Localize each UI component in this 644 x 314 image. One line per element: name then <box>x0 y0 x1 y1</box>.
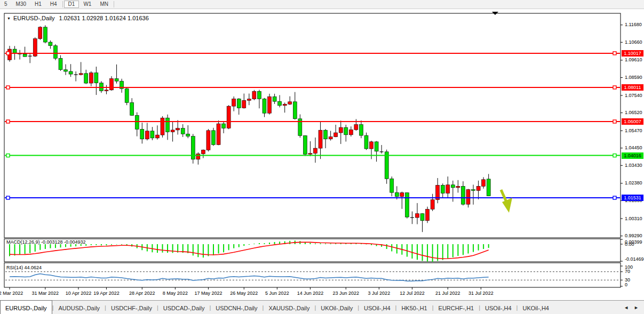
candle-body <box>64 70 68 71</box>
price-level-badge: 1.06007 <box>622 118 643 125</box>
candle-body <box>13 49 17 53</box>
candle <box>38 26 42 40</box>
candle-body <box>49 42 52 46</box>
tab-usdcnh-daily[interactable]: USDCNH-,Daily <box>211 301 262 314</box>
candle-body <box>431 200 434 210</box>
line-anchor-handle <box>613 120 616 123</box>
candle-body <box>201 150 205 154</box>
candle-body <box>268 96 272 113</box>
candle-body <box>227 106 230 128</box>
candle <box>405 192 409 219</box>
candle-body <box>390 179 394 192</box>
line-anchor-handle <box>613 196 616 199</box>
tab-scroll-left-icon[interactable]: ◄ <box>624 305 629 310</box>
candle-body <box>206 131 210 150</box>
candle-body <box>69 71 73 74</box>
tab-usoil-h4[interactable]: USOil-,H4 <box>359 301 395 314</box>
candle-body <box>487 179 490 196</box>
candle-body <box>359 125 363 135</box>
macd-indicator-label: MACD(12,26,9) -0.003128 -0.004932 <box>6 239 86 245</box>
price-tick-label: 1.08590 <box>625 75 642 80</box>
mt4-window: 5M30H1H4D1W1MN ▼ EURUSD-,Daily 1.02631 1… <box>0 0 644 314</box>
candle-body <box>303 135 307 154</box>
date-label: 28 Apr 2022 <box>129 291 155 296</box>
ohlc-values: 1.02631 1.02928 1.01624 1.01636 <box>59 15 149 21</box>
candle-body <box>482 180 486 186</box>
date-label: 17 May 2022 <box>194 291 222 296</box>
candle-body <box>79 74 83 75</box>
candle-body <box>344 127 348 135</box>
candle-body <box>354 125 358 130</box>
tab-xauusd-daily[interactable]: XAUUSD-,Daily <box>264 301 314 314</box>
candle-body <box>242 100 246 108</box>
candle <box>33 37 37 57</box>
price-tick-label: 1.02380 <box>625 180 642 186</box>
rsi-pane-border <box>4 263 621 287</box>
date-label: 31 Mar 2022 <box>32 291 59 296</box>
tab-scroll-right-icon[interactable]: ► <box>634 305 639 310</box>
candle <box>252 90 256 100</box>
tab-eurusd-daily[interactable]: EURUSD-,Daily <box>0 300 52 314</box>
candle-body <box>59 58 62 69</box>
candle <box>385 150 388 184</box>
symbol-dropdown-icon[interactable]: ▼ <box>7 17 11 20</box>
tab-audusd-daily[interactable]: AUDUSD-,Daily <box>53 301 105 314</box>
candle-body <box>293 102 297 119</box>
candle-body <box>115 78 118 81</box>
candle <box>227 105 230 129</box>
candle-body <box>273 96 276 101</box>
candle-body <box>105 90 108 91</box>
date-label: 5 Jun 2022 <box>265 291 289 296</box>
candle-body <box>257 91 261 99</box>
candle-body <box>370 142 373 149</box>
candle-body <box>461 186 465 204</box>
price-tick-label: 1.11680 <box>625 22 642 28</box>
candle-body <box>38 27 42 39</box>
candle-body <box>456 186 460 188</box>
price-axis: 1.116801.106601.096101.085901.075401.065… <box>621 0 644 299</box>
line-anchor-handle <box>613 86 616 89</box>
date-label: 8 May 2022 <box>163 291 188 296</box>
line-anchor-handle <box>6 120 10 123</box>
candle-body <box>212 131 216 145</box>
candle-body <box>324 130 328 139</box>
candle-body <box>364 135 368 149</box>
candle-body <box>405 192 409 217</box>
line-anchor-handle <box>6 196 10 199</box>
candle-body <box>308 154 312 155</box>
candle-body <box>426 209 430 220</box>
candle-body <box>446 185 450 194</box>
price-level-badge: 1.10017 <box>622 50 643 57</box>
candle-body <box>339 127 343 133</box>
candle <box>212 128 216 146</box>
candle-body <box>150 131 154 138</box>
candle-body <box>334 133 338 137</box>
candle <box>426 207 430 223</box>
candle-body <box>247 99 251 101</box>
date-label: 21 Jul 2022 <box>435 291 460 296</box>
tab-usoil-h4[interactable]: USOil-,H4 <box>480 301 516 314</box>
candle-body <box>125 88 129 102</box>
tab-eurchf-h1[interactable]: EURCHF-,H1 <box>434 301 479 314</box>
line-anchor-handle <box>6 154 10 157</box>
price-tick-label: 0.99290 <box>625 233 642 239</box>
tab-hk50-h1[interactable]: HK50-,H1 <box>396 301 432 314</box>
candle-body <box>155 135 159 138</box>
candle-body <box>222 124 226 128</box>
price-tick-label: 1.05470 <box>625 128 642 134</box>
tab-ukoil-daily[interactable]: UKOil-,Daily <box>316 301 357 314</box>
tab-ukoil-h4[interactable]: UKOil-,H4 <box>518 301 554 314</box>
candle <box>191 134 195 164</box>
tab-usdcad-daily[interactable]: USDCAD-,Daily <box>158 301 210 314</box>
candle-body <box>400 192 404 196</box>
candle-body <box>130 102 134 115</box>
date-label: 23 Jun 2022 <box>333 291 360 296</box>
chart-title: ▼ EURUSD-,Daily 1.02631 1.02928 1.01624 … <box>7 15 149 21</box>
macd-scale-label: -0.01469 <box>625 256 644 262</box>
candle-body <box>466 190 470 204</box>
line-anchor-handle <box>613 154 616 157</box>
candle-body <box>161 118 164 135</box>
price-tick-label: 1.09610 <box>625 57 642 63</box>
tab-usdchf-daily[interactable]: USDCHF-,Daily <box>106 301 157 314</box>
candle-body <box>349 130 353 135</box>
